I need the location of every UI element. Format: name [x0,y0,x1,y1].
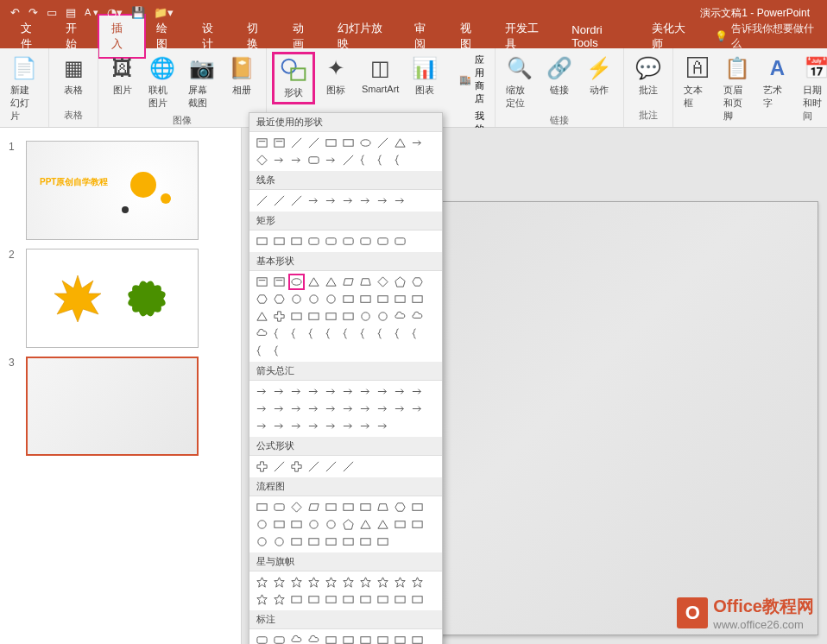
shape-rect15[interactable] [340,291,357,307]
shape-hex10[interactable] [254,291,270,307]
shape-rect19[interactable] [409,291,426,307]
shape-tri16[interactable] [357,516,374,533]
shape-rect19[interactable] [409,516,426,533]
shape-arrow23[interactable] [306,418,322,434]
open-button[interactable]: 📁▾ [154,6,174,19]
shape-star5[interactable] [340,574,357,590]
qat-btn[interactable]: ◔▾ [107,6,123,19]
shape-rrect3[interactable] [306,233,322,249]
shape-rect23[interactable] [306,534,322,550]
shape-rect27[interactable] [375,534,391,550]
shape-rect16[interactable] [357,591,374,608]
shape-brace40[interactable] [254,343,270,359]
shape-rect16[interactable] [357,291,374,307]
shape-circle27[interactable] [375,308,391,325]
shape-brace16[interactable] [357,152,374,168]
shape-arrow9[interactable] [409,135,426,151]
qat-btn[interactable]: ▭ [47,6,57,19]
shape-circle10[interactable] [254,516,270,533]
shapes-button[interactable]: 形状 [272,52,315,104]
shape-circle14[interactable] [323,516,339,533]
shape-arrow9[interactable] [409,383,426,400]
shape-line5[interactable] [340,458,357,475]
shape-brace38[interactable] [392,325,408,342]
shape-arrow0[interactable] [254,383,270,400]
shape-arrow3[interactable] [306,383,322,400]
shape-rect25[interactable] [340,308,357,325]
slide-thumbnail[interactable] [26,357,199,456]
shape-rect18[interactable] [392,291,408,307]
shape-circle13[interactable] [306,291,322,307]
shape-brace34[interactable] [323,325,339,342]
datetime-button[interactable]: 📅 日期和时间 [798,52,827,125]
store-button[interactable]: 🏬 应用商店 [454,52,489,107]
shape-arrow19[interactable] [409,401,426,417]
shape-penta15[interactable] [340,516,357,533]
zoom-button[interactable]: 🔍 缩放定位 [501,52,539,112]
shape-brace33[interactable] [306,325,322,342]
shape-line2[interactable] [288,193,305,209]
shape-rrect1[interactable] [271,499,287,515]
shape-cloud30[interactable] [254,325,270,342]
shape-arrow7[interactable] [375,383,391,400]
slide-thumbnail[interactable] [26,249,199,348]
new-slide-button[interactable]: 📄 新建 幻灯片 [5,52,43,125]
shape-brace31[interactable] [271,325,287,342]
shape-rect14[interactable] [323,591,339,608]
shape-line15[interactable] [340,152,357,168]
shape-text0[interactable] [254,274,270,290]
shape-rect22[interactable] [288,308,305,325]
save-button[interactable]: 💾 [131,6,145,19]
action-button[interactable]: ⚡ 动作 [580,52,618,99]
shape-star1[interactable] [271,574,287,590]
shape-star0[interactable] [254,574,270,590]
shape-rect12[interactable] [288,516,305,533]
shape-circle20[interactable] [254,534,270,550]
shape-brace36[interactable] [357,325,374,342]
shape-rrect7[interactable] [375,233,391,249]
shape-cloud28[interactable] [392,308,408,325]
shape-arrow21[interactable] [271,418,287,434]
shape-rect1[interactable] [271,233,287,249]
shape-arrow7[interactable] [375,193,391,209]
shape-rect18[interactable] [392,516,408,533]
shape-arrow25[interactable] [340,418,357,434]
shape-hex9[interactable] [409,274,426,290]
shape-arrow5[interactable] [340,383,357,400]
redo-button[interactable]: ↷ [28,6,38,19]
slide-thumb-1[interactable]: 1 PPT原创自学教程 [0,136,241,244]
shape-circle14[interactable] [323,291,339,307]
shape-cloud29[interactable] [409,308,426,325]
shape-hex8[interactable] [392,499,408,515]
slide-panel[interactable]: 1 PPT原创自学教程 2 3 [0,128,242,644]
shape-rect22[interactable] [288,534,305,550]
shape-tri17[interactable] [375,516,391,533]
shape-arrow8[interactable] [392,193,408,209]
shape-trap7[interactable] [375,499,391,515]
shape-text1[interactable] [271,274,287,290]
shape-cloud2[interactable] [288,632,305,644]
shape-para3[interactable] [306,499,322,515]
shape-rect17[interactable] [375,291,391,307]
shape-line1[interactable] [271,193,287,209]
shape-star7[interactable] [375,574,391,590]
shape-tri8[interactable] [392,135,408,151]
shape-rect23[interactable] [306,308,322,325]
shape-plus21[interactable] [271,308,287,325]
shape-arrow8[interactable] [392,383,408,400]
shape-rect5[interactable] [340,135,357,151]
header-footer-button[interactable]: 📋 页眉和页脚 [718,52,756,125]
shape-rect7[interactable] [375,632,391,644]
shape-brace18[interactable] [392,152,408,168]
shape-penta8[interactable] [392,274,408,290]
shape-star2[interactable] [288,574,305,590]
shape-hex11[interactable] [271,291,287,307]
shape-rect15[interactable] [340,591,357,608]
comment-button[interactable]: 💬 批注 [629,52,667,99]
shape-rect25[interactable] [340,534,357,550]
shape-line3[interactable] [306,458,322,475]
shape-oval2[interactable] [288,274,305,290]
shape-arrow4[interactable] [323,193,339,209]
shape-arrow3[interactable] [306,193,322,209]
shape-diamond2[interactable] [288,499,305,515]
